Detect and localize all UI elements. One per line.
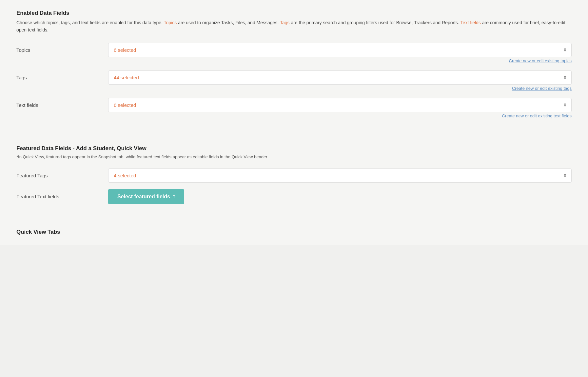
tags-row: Tags 44 selected ⬍ (16, 70, 572, 85)
featured-tags-row: Featured Tags 4 selected ⬍ (16, 169, 572, 183)
text-fields-link[interactable]: Text fields (461, 20, 481, 25)
topics-label: Topics (16, 47, 108, 53)
featured-section-subtitle: *In Quick View, featured tags appear in … (16, 154, 572, 159)
description-text-3: are the primary search and grouping filt… (290, 20, 461, 25)
bottom-section: Quick View Tabs (0, 219, 588, 245)
enabled-section-description: Choose which topics, tags, and text fiel… (16, 19, 572, 34)
text-fields-select[interactable]: 6 selected (108, 98, 572, 112)
featured-section-title: Featured Data Fields - Add a Student, Qu… (16, 145, 572, 152)
text-fields-row: Text fields 6 selected ⬍ (16, 98, 572, 112)
text-fields-edit-link-row: Create new or edit existing text fields (16, 113, 572, 118)
tags-edit-link[interactable]: Create new or edit existing tags (512, 86, 572, 91)
text-fields-edit-link[interactable]: Create new or edit existing text fields (502, 113, 572, 118)
featured-tags-select[interactable]: 4 selected (108, 169, 572, 183)
featured-text-fields-button-wrapper: Select featured fields ⤴ (108, 189, 184, 204)
topics-row: Topics 6 selected ⬍ (16, 43, 572, 57)
page-wrapper: Enabled Data Fields Choose which topics,… (0, 0, 588, 377)
featured-tags-select-wrapper: 4 selected ⬍ (108, 169, 572, 183)
featured-text-fields-label: Featured Text fields (16, 194, 108, 199)
enabled-data-fields-section: Enabled Data Fields Choose which topics,… (0, 0, 588, 135)
description-text-1: Choose which topics, tags, and text fiel… (16, 20, 164, 25)
text-fields-select-wrapper: 6 selected ⬍ (108, 98, 572, 112)
featured-data-fields-section: Featured Data Fields - Add a Student, Qu… (0, 135, 588, 219)
bottom-section-title: Quick View Tabs (16, 229, 572, 235)
tags-select[interactable]: 44 selected (108, 70, 572, 85)
description-text-2: are used to organize Tasks, Files, and M… (177, 20, 280, 25)
featured-tags-label: Featured Tags (16, 173, 108, 178)
topics-edit-link[interactable]: Create new or edit existing topics (509, 58, 572, 63)
topics-select[interactable]: 6 selected (108, 43, 572, 57)
tags-label: Tags (16, 75, 108, 80)
tags-select-wrapper: 44 selected ⬍ (108, 70, 572, 85)
tags-link[interactable]: Tags (280, 20, 290, 25)
select-featured-fields-button[interactable]: Select featured fields ⤴ (108, 189, 184, 204)
text-fields-label: Text fields (16, 102, 108, 108)
topics-select-wrapper: 6 selected ⬍ (108, 43, 572, 57)
topics-link[interactable]: Topics (164, 20, 177, 25)
tags-edit-link-row: Create new or edit existing tags (16, 86, 572, 91)
topics-edit-link-row: Create new or edit existing topics (16, 58, 572, 63)
select-featured-fields-icon: ⤴ (173, 194, 175, 199)
select-featured-fields-label: Select featured fields (117, 194, 170, 200)
enabled-section-title: Enabled Data Fields (16, 10, 572, 16)
featured-text-fields-row: Featured Text fields Select featured fie… (16, 189, 572, 204)
